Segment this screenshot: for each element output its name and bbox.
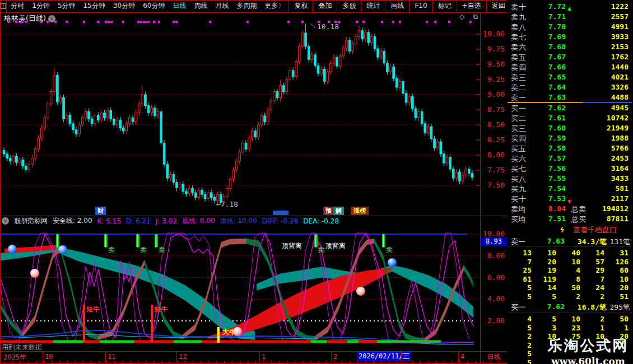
sell-row[interactable]: 卖七7.693933 <box>507 32 633 43</box>
chart-badge[interactable]: 财 <box>95 207 106 215</box>
ob-row-label: 买三 <box>511 124 527 134</box>
menu-item-1分钟[interactable]: 1分钟 <box>28 0 54 12</box>
menu-item-日线[interactable]: 日线 <box>169 0 190 12</box>
ob-row-price: 7.56 <box>538 164 566 172</box>
tool-item-叠加[interactable]: 叠加 <box>313 0 337 12</box>
buy-row[interactable]: 买二7.6110742 <box>507 114 633 124</box>
buy-row[interactable]: 买四7.591988 <box>507 134 633 144</box>
queue-cell: 25 <box>509 266 532 274</box>
time-tick <box>331 351 332 362</box>
marker-dot <box>147 21 150 23</box>
queue-cell: 5 <box>509 349 532 358</box>
buy-row[interactable]: 买一7.624945 <box>507 104 633 114</box>
menu-item-30分钟[interactable]: 30分钟 <box>109 0 139 12</box>
menu-item-分时[interactable]: 分时 <box>7 0 28 12</box>
tool-item-画线[interactable]: 画线 <box>385 0 409 12</box>
time-tick <box>458 351 459 362</box>
buy-row[interactable]: 买八7.553433 <box>507 174 633 184</box>
order-book-panel: ϟ 查看千档盘口 卖十7.72▲1222卖九7.712557卖八7.704991… <box>507 0 633 364</box>
menu-item-60分钟[interactable]: 60分钟 <box>139 0 169 12</box>
divergence-label: 顶背离 <box>325 242 346 250</box>
menu-item-月线[interactable]: 月线 <box>211 0 232 12</box>
chart-badge[interactable]: 预 <box>323 207 334 215</box>
tool-item-统计[interactable]: 统计 <box>361 0 385 12</box>
buy-row[interactable]: 买五7.585766 <box>507 144 633 154</box>
indicator-band <box>425 265 464 342</box>
buy-row[interactable]: 买九7.54581 <box>507 184 633 194</box>
chart-corner-icons[interactable]: ◇ ⧉ <box>459 13 482 21</box>
marker-dot <box>97 21 99 23</box>
marker-dot <box>158 21 160 23</box>
sell-row[interactable]: 卖九7.712557 <box>507 12 633 22</box>
signal-strip <box>53 340 83 343</box>
tool-item-多股[interactable]: 多股 <box>337 0 361 12</box>
tool-item-标记[interactable]: 标记 <box>432 0 457 12</box>
menu-item-更多〉[interactable]: 更多〉 <box>260 0 288 12</box>
chart-badge[interactable]: 解 <box>333 207 344 215</box>
tool-item-复权[interactable]: 复权 <box>288 0 313 12</box>
indicator-band <box>0 303 22 338</box>
chart-badge[interactable] <box>273 211 288 215</box>
period-cell: 日线 <box>481 351 507 363</box>
queue-cell: 51 <box>606 292 629 301</box>
buy-row[interactable]: 买十7.53▼2117 <box>507 194 633 204</box>
total-label: 总买 <box>571 214 586 225</box>
marker-dot <box>399 21 401 23</box>
sell-row[interactable]: 卖二7.643326 <box>507 83 633 93</box>
buy-row[interactable]: 买六7.572453 <box>507 154 633 164</box>
menu-item-多周期[interactable]: 多周期 <box>232 0 260 12</box>
avg-row: 买均7.51总买87811 <box>507 214 633 225</box>
indicator-latest-value: 8.93 <box>481 237 507 246</box>
time-tick <box>259 351 260 362</box>
collapse-chart-icon[interactable]: ∨ <box>48 15 55 22</box>
sell-row[interactable]: 卖四7.661440 <box>507 63 633 73</box>
thousand-level-button[interactable]: ϟ 查看千档盘口 <box>507 225 633 235</box>
menu-item-15分钟[interactable]: 15分钟 <box>80 0 109 12</box>
price-axis-label: 9.00 <box>487 90 505 99</box>
ob-row-volume: 2453 <box>573 154 629 162</box>
ob-row-price: 7.70 <box>538 22 566 31</box>
sell-row[interactable]: 卖十7.72▲1222 <box>507 2 633 12</box>
indicator-band <box>182 239 246 339</box>
marker-dot <box>381 21 383 23</box>
j-line <box>0 233 469 342</box>
tool-item-返回[interactable]: 返回 <box>486 0 510 12</box>
sell-row[interactable]: 卖五7.671762 <box>507 53 633 63</box>
signal-label: 短牛 <box>153 305 168 313</box>
menu-item-5分钟[interactable]: 5分钟 <box>54 0 80 12</box>
queue-cell: 1 <box>606 324 629 332</box>
tool-item-+自选[interactable]: +自选 <box>457 0 486 12</box>
ob-row-volume: 4991 <box>573 22 629 31</box>
sell-row[interactable]: 卖八7.704991 <box>507 22 633 32</box>
buy-row[interactable]: 买三7.6021949 <box>507 124 633 134</box>
marker-dot <box>66 21 68 23</box>
divergence-label: 顶背离 <box>281 242 302 250</box>
marker-dot <box>448 21 450 23</box>
ob-row-volume: 5766 <box>573 144 629 152</box>
avg-value: 7.51 <box>535 214 566 223</box>
indicator-band <box>145 260 182 339</box>
window-menu-icon[interactable]: ◫ <box>0 0 7 12</box>
queue-cell: 2 <box>509 341 532 349</box>
marker-dot <box>145 21 147 23</box>
signal-ball <box>233 327 242 336</box>
price-axis-label: 9.50 <box>487 60 505 68</box>
menu-item-周线[interactable]: 周线 <box>190 0 211 12</box>
detail-price: 7.62 <box>536 302 565 311</box>
indicator-band <box>0 246 255 340</box>
time-axis[interactable]: 2025年1011121242026/02/11/三 <box>0 351 507 363</box>
period-menu: 分时1分钟5分钟15分钟30分钟60分钟日线周线月线多周期更多〉 <box>7 0 288 12</box>
sell-row[interactable]: 卖三7.654021 <box>507 73 633 83</box>
signal-ball <box>8 245 17 254</box>
signal-bar <box>217 327 220 343</box>
sell-row[interactable]: 卖六7.682153 <box>507 43 633 53</box>
ob-row-price: 7.61 <box>538 114 566 122</box>
buy-row[interactable]: 买七7.563164 <box>507 164 633 174</box>
tool-item-F10[interactable]: F10 <box>409 0 432 12</box>
collapse-indicator-icon[interactable]: ∨ <box>2 217 9 225</box>
indicator-band <box>374 239 425 342</box>
ob-row-price: 7.63 <box>538 93 566 101</box>
chart-badge[interactable]: 涨榜 <box>351 207 369 215</box>
signal-ball <box>356 287 365 296</box>
detail-label: 卖一 <box>511 237 525 246</box>
